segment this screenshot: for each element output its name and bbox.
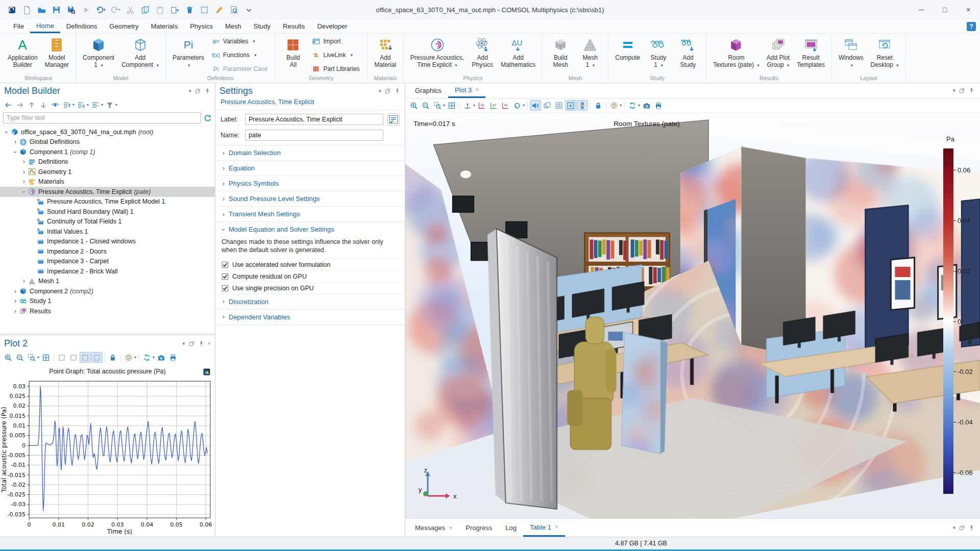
tab-progress[interactable]: Progress <box>459 519 499 537</box>
move-down-button[interactable] <box>38 99 49 110</box>
grid-y-button[interactable] <box>68 352 79 363</box>
ribbon-param-case-button[interactable]: PiParameter Case <box>211 64 268 73</box>
scene-button[interactable] <box>542 100 553 111</box>
camera-button[interactable] <box>641 100 652 111</box>
update-button[interactable] <box>627 100 638 111</box>
rotate-button[interactable] <box>511 100 523 111</box>
ribbon-study-button[interactable]: Study1 ▾ <box>644 36 673 74</box>
tree-item-12[interactable]: Impedance 2 - Doors <box>0 246 215 257</box>
tree-exp-chevron-icon[interactable]: › <box>20 188 28 195</box>
close-button[interactable]: × <box>957 0 980 19</box>
save-preview-button[interactable] <box>64 3 78 16</box>
section-model-equation-and-solver-settings[interactable]: ›Model Equation and Solver Settings <box>215 222 405 237</box>
menu-mesh[interactable]: Mesh <box>219 19 248 33</box>
play-button[interactable] <box>79 3 92 16</box>
menu-file[interactable]: File <box>7 19 30 33</box>
tree-item-15[interactable]: ›Mesh 1 <box>0 277 215 287</box>
checkbox-use-accelerated-solver-formulation[interactable]: Use accelerated solver formulation <box>215 259 405 270</box>
float-icon[interactable] <box>194 88 201 94</box>
tree-item-4[interactable]: ›Geometry 1 <box>0 167 215 177</box>
ribbon-reset-desktop-button[interactable]: ResetDesktop ▾ <box>867 36 902 74</box>
tree-col-chevron-icon[interactable]: › <box>20 278 28 285</box>
tab-plot-3[interactable]: Plot 3× <box>448 83 485 98</box>
tab-log[interactable]: Log <box>499 519 523 537</box>
tree-col-chevron-icon[interactable]: › <box>20 158 28 165</box>
menu-results[interactable]: Results <box>277 19 311 33</box>
print-button[interactable] <box>653 100 664 111</box>
float-icon[interactable] <box>959 87 965 94</box>
refresh-icon[interactable] <box>204 114 212 122</box>
section-dependent-variables[interactable]: ›Dependent Variables <box>215 310 405 324</box>
ribbon-mesh1-button[interactable]: Mesh1 ▾ <box>575 36 605 74</box>
ribbon-livelink-button[interactable]: LiveLink▾ <box>311 51 360 60</box>
float-icon[interactable] <box>959 524 965 531</box>
ribbon-build-all-button[interactable]: BuildAll <box>278 36 308 74</box>
help-icon[interactable]: ? <box>967 22 976 31</box>
panel-menu-icon[interactable]: ▾ <box>188 88 191 94</box>
tree-item-17[interactable]: ›Study 1 <box>0 296 215 307</box>
ribbon-add-component-button[interactable]: AddComponent ▾ <box>118 36 162 74</box>
tree-col-chevron-icon[interactable]: › <box>12 138 19 145</box>
nav-back-button[interactable] <box>3 99 14 110</box>
pin-icon[interactable] <box>204 88 211 94</box>
ribbon-build-mesh-button[interactable]: BuildMesh <box>546 36 575 74</box>
tree-item-16[interactable]: ›Component 2(comp2) <box>0 286 215 296</box>
panel-menu-icon[interactable]: ▾ <box>182 340 185 347</box>
ribbon-add-plot-group-button[interactable]: Add PlotGroup ▾ <box>763 36 793 74</box>
lock-button[interactable] <box>593 100 604 111</box>
section-discretization[interactable]: ›Discretization <box>215 294 405 309</box>
tab-close-icon[interactable]: × <box>475 86 479 93</box>
view-yz-button[interactable]: yz <box>488 100 499 111</box>
select-box-button[interactable] <box>198 3 211 16</box>
zoom-out-button[interactable] <box>420 100 431 111</box>
tree-col-chevron-icon[interactable]: › <box>12 288 19 295</box>
plot-settings-icon[interactable] <box>203 368 211 376</box>
menu-study[interactable]: Study <box>248 19 277 33</box>
ribbon-pressure-acoustics-button[interactable]: Pressure Acoustics,Time Explicit ▾ <box>407 36 468 74</box>
expand-list-button[interactable] <box>76 99 87 110</box>
menu-home[interactable]: Home <box>30 19 60 33</box>
menu-definitions[interactable]: Definitions <box>60 19 104 33</box>
redo-button[interactable]: ▾ <box>109 3 122 16</box>
tab-graphics[interactable]: Graphics <box>408 83 448 98</box>
tree-item-18[interactable]: ›Results <box>0 306 215 316</box>
maximize-button[interactable]: □ <box>933 0 957 19</box>
panel-menu-icon[interactable]: ▾ <box>952 87 955 94</box>
update-button[interactable] <box>141 352 153 363</box>
tree-item-9[interactable]: DContinuity of Total Fields 1 <box>0 217 215 227</box>
undo-button[interactable]: ▾ <box>94 3 107 16</box>
tree-item-7[interactable]: DPressure Acoustics, Time Explicit Model… <box>0 197 215 207</box>
zoom-box-button[interactable] <box>26 352 37 363</box>
tree-item-10[interactable]: DInitial Values 1 <box>0 227 215 237</box>
panel-menu-icon[interactable]: ▾ <box>378 88 381 94</box>
copy-button[interactable] <box>138 3 152 16</box>
panel-menu-icon[interactable]: ▾ <box>952 524 955 531</box>
collapse-list-button[interactable] <box>61 99 72 110</box>
ribbon-import-button[interactable]: Import <box>311 37 360 46</box>
highlighter-button[interactable] <box>212 3 226 16</box>
plot2-chart[interactable]: 0.030.0250.020.0150.010.0050-0.005-0.01-… <box>0 377 215 537</box>
tab-close-icon[interactable]: × <box>555 523 558 531</box>
pin-icon[interactable] <box>198 340 205 347</box>
node-text-button[interactable] <box>90 99 101 110</box>
colorbar-toggle-button[interactable] <box>577 100 588 111</box>
menu-geometry[interactable]: Geometry <box>103 19 144 33</box>
tree-exp-chevron-icon[interactable]: › <box>3 129 10 136</box>
ribbon-part-lib-button[interactable]: Part Libraries <box>311 64 360 73</box>
rename-button[interactable] <box>387 113 400 126</box>
tree-item-5[interactable]: ›Materials <box>0 177 215 187</box>
duplicate-button[interactable] <box>168 3 181 16</box>
move-up-button[interactable] <box>26 99 37 110</box>
zoom-out-button[interactable] <box>14 352 26 363</box>
save-button[interactable] <box>50 3 63 16</box>
tree-col-chevron-icon[interactable]: › <box>12 308 19 315</box>
grid-x-button[interactable] <box>56 352 67 363</box>
checkbox-use-single-precision-on-gpu[interactable]: Use single precision on GPU <box>215 282 405 294</box>
pin-icon[interactable] <box>394 88 401 94</box>
sound-button[interactable] <box>530 100 541 111</box>
tab-close-icon[interactable]: × <box>449 524 452 532</box>
ribbon-result-templates-button[interactable]: ResultTemplates <box>793 36 828 74</box>
minimize-button[interactable]: ─ <box>910 0 933 19</box>
panel-close-icon[interactable]: × <box>208 340 211 346</box>
fit-view-button[interactable] <box>446 100 457 111</box>
